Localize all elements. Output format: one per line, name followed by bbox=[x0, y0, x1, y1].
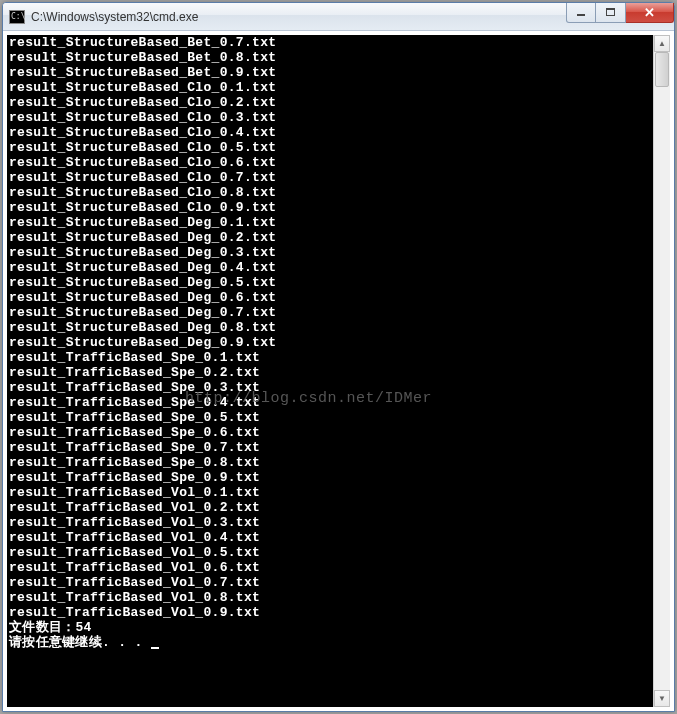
console-line: result_TrafficBased_Spe_0.8.txt bbox=[9, 455, 651, 470]
console-line: result_StructureBased_Clo_0.1.txt bbox=[9, 80, 651, 95]
console-line: result_TrafficBased_Spe_0.9.txt bbox=[9, 470, 651, 485]
console-line: result_StructureBased_Clo_0.8.txt bbox=[9, 185, 651, 200]
scroll-thumb[interactable] bbox=[655, 52, 669, 87]
console-line: result_StructureBased_Bet_0.8.txt bbox=[9, 50, 651, 65]
console-line: result_TrafficBased_Spe_0.6.txt bbox=[9, 425, 651, 440]
console-line: result_StructureBased_Deg_0.7.txt bbox=[9, 305, 651, 320]
console-line: 请按任意键继续. . . bbox=[9, 635, 651, 650]
client-area: http://blog.csdn.net/IDMer result_Struct… bbox=[3, 31, 674, 711]
console-line: result_StructureBased_Clo_0.7.txt bbox=[9, 170, 651, 185]
window-controls: ✕ bbox=[566, 3, 674, 23]
console-line: result_StructureBased_Clo_0.9.txt bbox=[9, 200, 651, 215]
titlebar[interactable]: C:\ C:\Windows\system32\cmd.exe ✕ bbox=[3, 3, 674, 31]
scroll-down-button[interactable]: ▼ bbox=[654, 690, 670, 707]
console-line: result_StructureBased_Deg_0.6.txt bbox=[9, 290, 651, 305]
console-line: result_StructureBased_Clo_0.6.txt bbox=[9, 155, 651, 170]
console-line: 文件数目：54 bbox=[9, 620, 651, 635]
maximize-button[interactable] bbox=[596, 3, 626, 23]
console-line: result_StructureBased_Bet_0.7.txt bbox=[9, 35, 651, 50]
console-line: result_StructureBased_Deg_0.1.txt bbox=[9, 215, 651, 230]
console-line: result_StructureBased_Bet_0.9.txt bbox=[9, 65, 651, 80]
window-title: C:\Windows\system32\cmd.exe bbox=[31, 10, 566, 24]
console-line: result_TrafficBased_Spe_0.1.txt bbox=[9, 350, 651, 365]
cursor bbox=[151, 647, 159, 649]
console-line: result_TrafficBased_Vol_0.4.txt bbox=[9, 530, 651, 545]
console-line: result_StructureBased_Clo_0.4.txt bbox=[9, 125, 651, 140]
console-line: result_TrafficBased_Vol_0.3.txt bbox=[9, 515, 651, 530]
console-line: result_StructureBased_Deg_0.4.txt bbox=[9, 260, 651, 275]
console-line: result_TrafficBased_Vol_0.5.txt bbox=[9, 545, 651, 560]
console-line: result_TrafficBased_Spe_0.2.txt bbox=[9, 365, 651, 380]
console-line: result_StructureBased_Clo_0.3.txt bbox=[9, 110, 651, 125]
console-line: result_StructureBased_Deg_0.2.txt bbox=[9, 230, 651, 245]
console-line: result_StructureBased_Deg_0.8.txt bbox=[9, 320, 651, 335]
minimize-icon bbox=[577, 14, 585, 16]
console-line: result_StructureBased_Deg_0.3.txt bbox=[9, 245, 651, 260]
console-line: result_TrafficBased_Spe_0.7.txt bbox=[9, 440, 651, 455]
cmd-icon: C:\ bbox=[9, 10, 25, 24]
console-line: result_TrafficBased_Vol_0.2.txt bbox=[9, 500, 651, 515]
console-line: result_StructureBased_Deg_0.5.txt bbox=[9, 275, 651, 290]
console-line: result_StructureBased_Deg_0.9.txt bbox=[9, 335, 651, 350]
cmd-window: C:\ C:\Windows\system32\cmd.exe ✕ http:/… bbox=[2, 2, 675, 712]
console-line: result_StructureBased_Clo_0.2.txt bbox=[9, 95, 651, 110]
scroll-up-button[interactable]: ▲ bbox=[654, 35, 670, 52]
console-line: result_TrafficBased_Spe_0.5.txt bbox=[9, 410, 651, 425]
close-button[interactable]: ✕ bbox=[626, 3, 674, 23]
maximize-icon bbox=[606, 8, 615, 16]
console-output[interactable]: http://blog.csdn.net/IDMer result_Struct… bbox=[7, 35, 653, 707]
close-icon: ✕ bbox=[644, 6, 655, 19]
console-line: result_TrafficBased_Spe_0.3.txt bbox=[9, 380, 651, 395]
console-line: result_StructureBased_Clo_0.5.txt bbox=[9, 140, 651, 155]
console-line: result_TrafficBased_Spe_0.4.txt bbox=[9, 395, 651, 410]
console-line: result_TrafficBased_Vol_0.8.txt bbox=[9, 590, 651, 605]
console-line: result_TrafficBased_Vol_0.7.txt bbox=[9, 575, 651, 590]
minimize-button[interactable] bbox=[566, 3, 596, 23]
scroll-track[interactable] bbox=[654, 52, 670, 690]
vertical-scrollbar[interactable]: ▲ ▼ bbox=[653, 35, 670, 707]
console-line: result_TrafficBased_Vol_0.6.txt bbox=[9, 560, 651, 575]
console-line: result_TrafficBased_Vol_0.9.txt bbox=[9, 605, 651, 620]
console-line: result_TrafficBased_Vol_0.1.txt bbox=[9, 485, 651, 500]
